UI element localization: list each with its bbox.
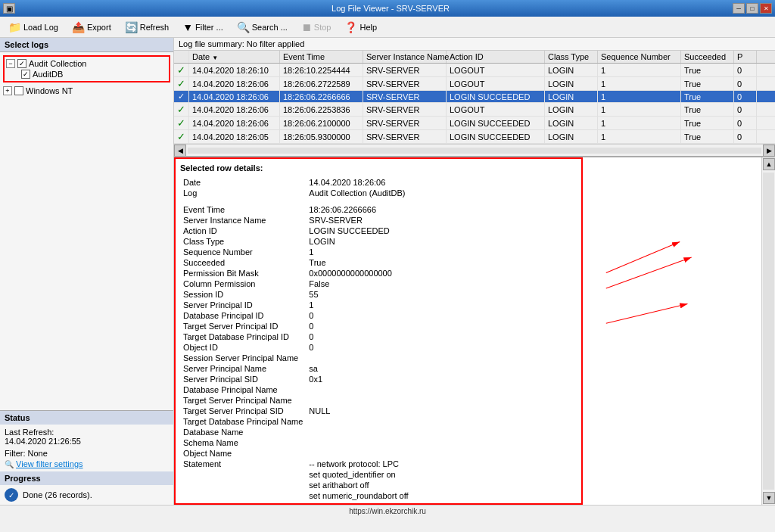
detail-field-label xyxy=(180,469,306,480)
window-title: Log File Viewer - SRV-SERVER xyxy=(48,4,733,13)
action-cell: LOGIN SUCCEEDED xyxy=(447,91,545,102)
progress-check-icon: ✓ xyxy=(5,488,18,502)
detail-row: set ansi_warnings on xyxy=(180,501,577,505)
detail-field-label: Log xyxy=(180,188,306,198)
table-body: ✓14.04.2020 18:26:1018:26:10.2254444SRV-… xyxy=(174,64,775,144)
maximize-button[interactable]: □ xyxy=(746,3,758,14)
action-cell: LOGOUT xyxy=(447,103,545,116)
seq-num-cell: 1 xyxy=(598,64,681,76)
search-icon: 🔍 xyxy=(237,21,250,33)
help-button[interactable]: ❓ Help xyxy=(339,19,382,36)
th-p[interactable]: P xyxy=(734,51,757,63)
expand-windows-nt[interactable]: + xyxy=(3,86,12,95)
table-row[interactable]: ✓14.04.2020 18:26:0618:26:06.2100000SRV-… xyxy=(174,117,775,130)
toolbar: 📁 Load Log 📤 Export 🔄 Refresh ▼ Filter .… xyxy=(0,17,775,38)
scroll-right-button[interactable]: ▶ xyxy=(763,145,775,157)
detail-field-value xyxy=(306,448,577,459)
detail-field-value: NULL xyxy=(306,406,577,416)
h-scroll-track[interactable] xyxy=(188,148,761,154)
succeeded-cell: True xyxy=(681,64,734,76)
scroll-track[interactable] xyxy=(763,173,774,490)
detail-field-label: Target Server Principal ID xyxy=(180,321,306,331)
th-succeeded[interactable]: Succeeded xyxy=(681,51,734,63)
stop-button[interactable]: ⏹ Stop xyxy=(296,19,337,36)
refresh-button[interactable]: 🔄 Refresh xyxy=(120,19,175,36)
th-server-instance[interactable]: Server Instance Name xyxy=(363,51,447,63)
detail-row: Object Name xyxy=(180,448,577,459)
table-row[interactable]: ✓14.04.2020 18:26:1018:26:10.2254444SRV-… xyxy=(174,64,775,77)
detail-field-value xyxy=(306,395,577,406)
event-time-cell: 18:26:06.2253836 xyxy=(280,103,363,116)
p-cell: 0 xyxy=(734,117,757,129)
detail-field-value: set numeric_roundabort off xyxy=(306,490,577,501)
detail-field-value: 0 xyxy=(306,342,577,353)
last-refresh-label: Last Refresh: xyxy=(5,428,169,437)
system-menu-button[interactable]: ▣ xyxy=(3,3,15,14)
detail-field-value xyxy=(306,384,577,395)
row-check: ✓ xyxy=(174,117,189,129)
p-cell: 0 xyxy=(734,64,757,76)
scroll-left-button[interactable]: ◀ xyxy=(174,145,186,157)
event-time-cell: 18:26:06.2722589 xyxy=(280,77,363,90)
detail-field-value: 0 xyxy=(306,331,577,342)
detail-field-label xyxy=(180,480,306,490)
search-button[interactable]: 🔍 Search ... xyxy=(232,19,293,36)
scroll-down-button[interactable]: ▼ xyxy=(763,492,775,504)
view-filter-settings-link[interactable]: View filter settings xyxy=(16,459,82,468)
horizontal-scrollbar[interactable]: ◀ ▶ xyxy=(174,144,775,156)
detail-field-value: 0x0000000000000000 xyxy=(306,268,577,278)
right-detail-area xyxy=(583,157,761,505)
detail-field-label: Target Database Principal ID xyxy=(180,331,306,342)
detail-gap-row xyxy=(180,198,577,204)
th-event-time[interactable]: Event Time xyxy=(280,51,363,63)
filter-button[interactable]: ▼ Filter ... xyxy=(177,19,229,36)
detail-field-label: Sequence Number xyxy=(180,247,306,257)
table-row[interactable]: ✓14.04.2020 18:26:0618:26:06.2266666SRV-… xyxy=(174,91,775,103)
th-date[interactable]: Date ▼ xyxy=(189,51,280,63)
detail-field-label: Database Name xyxy=(180,427,306,437)
detail-field-value: sa xyxy=(306,363,577,374)
checkbox-windows-nt[interactable] xyxy=(14,86,23,95)
vertical-scrollbar[interactable]: ▲ ▼ xyxy=(761,157,775,505)
detail-row: Event Time18:26:06.2266666 xyxy=(180,204,577,215)
table-row[interactable]: ✓14.04.2020 18:26:0518:26:05.9300000SRV-… xyxy=(174,130,775,144)
th-action-id[interactable]: Action ID xyxy=(447,51,545,63)
seq-num-cell: 1 xyxy=(598,103,681,116)
expand-audit-collection[interactable]: − xyxy=(6,59,15,68)
tree-node-audit-collection[interactable]: − Audit Collection xyxy=(6,58,167,69)
detail-field-value: set arithabort off xyxy=(306,480,577,490)
detail-row: Date14.04.2020 18:26:06 xyxy=(180,177,577,188)
th-class-type[interactable]: Class Type xyxy=(545,51,598,63)
detail-table: Date14.04.2020 18:26:06LogAudit Collecti… xyxy=(180,177,577,505)
log-tree: − Audit Collection AuditDB + Windows NT xyxy=(0,52,173,410)
scroll-up-button[interactable]: ▲ xyxy=(763,158,775,170)
table-row[interactable]: ✓14.04.2020 18:26:0618:26:06.2722589SRV-… xyxy=(174,77,775,91)
succeeded-cell: True xyxy=(681,91,734,102)
succeeded-cell: True xyxy=(681,130,734,143)
detail-field-label: Target Server Principal Name xyxy=(180,395,306,406)
table-row[interactable]: ✓14.04.2020 18:26:0618:26:06.2253836SRV-… xyxy=(174,103,775,117)
minimize-button[interactable]: ─ xyxy=(733,3,745,14)
checkbox-auditdb[interactable] xyxy=(21,70,30,79)
detail-row: Class TypeLOGIN xyxy=(180,236,577,247)
detail-row: Database Name xyxy=(180,427,577,437)
detail-panel: Selected row details: Date14.04.2020 18:… xyxy=(174,157,583,505)
detail-row: Target Server Principal ID0 xyxy=(180,321,577,331)
th-check xyxy=(174,51,189,63)
tree-node-auditdb[interactable]: AuditDB xyxy=(21,69,167,79)
action-cell: LOGIN SUCCEEDED xyxy=(447,130,545,143)
detail-row: Permission Bit Mask0x0000000000000000 xyxy=(180,268,577,278)
last-refresh-value: 14.04.2020 21:26:55 xyxy=(5,437,169,446)
detail-field-value xyxy=(306,416,577,427)
action-cell: LOGOUT xyxy=(447,77,545,90)
tree-node-windows-nt[interactable]: + Windows NT xyxy=(3,86,170,96)
export-button[interactable]: 📤 Export xyxy=(67,19,117,36)
detail-row: Server Principal Namesa xyxy=(180,363,577,374)
detail-field-label: Date xyxy=(180,177,306,188)
checkbox-audit-collection[interactable] xyxy=(17,59,26,68)
th-sequence-number[interactable]: Sequence Number xyxy=(598,51,681,63)
detail-row: SucceededTrue xyxy=(180,257,577,268)
load-log-button[interactable]: 📁 Load Log xyxy=(3,19,64,36)
close-button[interactable]: ✕ xyxy=(760,3,772,14)
windows-nt-label: Windows NT xyxy=(26,86,73,95)
